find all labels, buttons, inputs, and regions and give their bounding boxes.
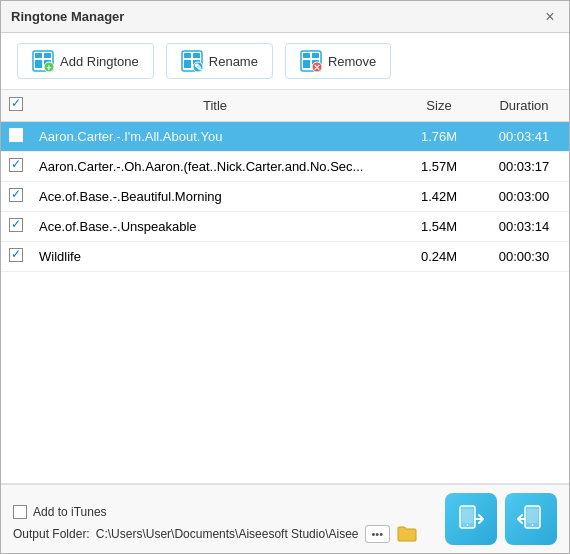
row-checkbox[interactable] <box>9 158 23 172</box>
itunes-row: Add to iTunes <box>13 505 418 519</box>
row-title: Ace.of.Base.-.Unspeakable <box>31 212 399 242</box>
remove-icon: × <box>300 50 322 72</box>
ringtone-table: Title Size Duration Aaron.Carter.-.I'm.A… <box>1 90 569 272</box>
remove-button[interactable]: × Remove <box>285 43 391 79</box>
row-duration: 00:03:41 <box>479 122 569 152</box>
svg-rect-10 <box>184 60 191 68</box>
ringtone-table-container: Title Size Duration Aaron.Carter.-.I'm.A… <box>1 90 569 484</box>
svg-rect-22 <box>462 509 473 523</box>
add-ringtone-button[interactable]: + Add Ringtone <box>17 43 154 79</box>
add-ringtone-label: Add Ringtone <box>60 54 139 69</box>
row-size: 1.42M <box>399 182 479 212</box>
row-size: 0.24M <box>399 242 479 272</box>
remove-label: Remove <box>328 54 376 69</box>
svg-point-23 <box>467 524 469 526</box>
row-title: Ace.of.Base.-.Beautiful.Morning <box>31 182 399 212</box>
transfer-to-device-button[interactable] <box>445 493 497 545</box>
rename-icon: ✎ <box>181 50 203 72</box>
close-button[interactable]: × <box>541 8 559 26</box>
rename-label: Rename <box>209 54 258 69</box>
table-row[interactable]: Wildlife0.24M00:00:30 <box>1 242 569 272</box>
rename-button[interactable]: ✎ Rename <box>166 43 273 79</box>
row-title: Wildlife <box>31 242 399 272</box>
toolbar: + Add Ringtone ✎ Rename <box>1 33 569 90</box>
header-duration: Duration <box>479 90 569 122</box>
table-header-row: Title Size Duration <box>1 90 569 122</box>
path-dots-button[interactable]: ••• <box>365 525 391 543</box>
row-duration: 00:03:17 <box>479 152 569 182</box>
table-row[interactable]: Aaron.Carter.-.I'm.All.About.You1.76M00:… <box>1 122 569 152</box>
add-ringtone-icon: + <box>32 50 54 72</box>
svg-rect-2 <box>44 53 51 58</box>
header-size: Size <box>399 90 479 122</box>
svg-rect-25 <box>527 509 538 523</box>
svg-text:✎: ✎ <box>194 62 202 73</box>
itunes-checkbox[interactable] <box>13 505 27 519</box>
footer-left: Add to iTunes Output Folder: C:\Users\Us… <box>13 505 418 545</box>
row-duration: 00:00:30 <box>479 242 569 272</box>
svg-rect-3 <box>35 60 42 68</box>
table-row[interactable]: Ace.of.Base.-.Unspeakable1.54M00:03:14 <box>1 212 569 242</box>
svg-text:+: + <box>46 63 51 73</box>
row-checkbox-cell <box>1 122 31 152</box>
row-duration: 00:03:14 <box>479 212 569 242</box>
output-folder-label: Output Folder: <box>13 527 90 541</box>
row-checkbox-cell <box>1 212 31 242</box>
row-checkbox-cell <box>1 242 31 272</box>
itunes-label: Add to iTunes <box>33 505 107 519</box>
row-size: 1.76M <box>399 122 479 152</box>
row-size: 1.57M <box>399 152 479 182</box>
main-window: Ringtone Manager × + Add Ringtone <box>0 0 570 554</box>
svg-rect-17 <box>303 60 310 68</box>
row-checkbox-cell <box>1 152 31 182</box>
svg-rect-16 <box>312 53 319 58</box>
svg-rect-8 <box>184 53 191 58</box>
output-path: C:\Users\User\Documents\Aiseesoft Studio… <box>96 527 359 541</box>
table-row[interactable]: Aaron.Carter.-.Oh.Aaron.(feat..Nick.Cart… <box>1 152 569 182</box>
row-size: 1.54M <box>399 212 479 242</box>
footer-bottom: Add to iTunes Output Folder: C:\Users\Us… <box>13 493 557 545</box>
row-checkbox[interactable] <box>9 248 23 262</box>
footer: Add to iTunes Output Folder: C:\Users\Us… <box>1 484 569 553</box>
row-duration: 00:03:00 <box>479 182 569 212</box>
output-folder-row: Output Folder: C:\Users\User\Documents\A… <box>13 523 418 545</box>
select-all-checkbox[interactable] <box>9 97 23 111</box>
window-title: Ringtone Manager <box>11 9 124 24</box>
svg-rect-15 <box>303 53 310 58</box>
svg-rect-1 <box>35 53 42 58</box>
folder-browse-button[interactable] <box>396 523 418 545</box>
svg-text:×: × <box>314 61 320 73</box>
row-checkbox[interactable] <box>9 128 23 142</box>
export-button[interactable] <box>505 493 557 545</box>
title-bar: Ringtone Manager × <box>1 1 569 33</box>
svg-point-26 <box>532 524 534 526</box>
svg-rect-9 <box>193 53 200 58</box>
row-title: Aaron.Carter.-.I'm.All.About.You <box>31 122 399 152</box>
header-title: Title <box>31 90 399 122</box>
header-check <box>1 90 31 122</box>
table-row[interactable]: Ace.of.Base.-.Beautiful.Morning1.42M00:0… <box>1 182 569 212</box>
row-title: Aaron.Carter.-.Oh.Aaron.(feat..Nick.Cart… <box>31 152 399 182</box>
row-checkbox[interactable] <box>9 218 23 232</box>
row-checkbox-cell <box>1 182 31 212</box>
action-buttons <box>445 493 557 545</box>
row-checkbox[interactable] <box>9 188 23 202</box>
